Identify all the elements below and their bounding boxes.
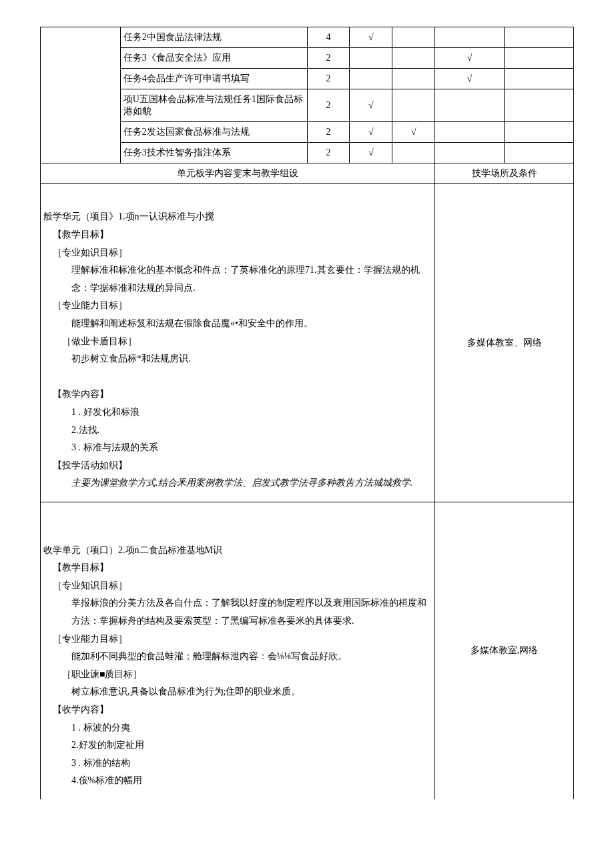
check-cell	[435, 143, 505, 163]
check-cell	[392, 89, 435, 122]
hours-cell: 2	[307, 69, 350, 89]
content-item: 3 . 标准与法规的关系	[43, 439, 429, 457]
ability-heading: ［专业能力目标］	[43, 297, 429, 315]
section-header-left: 单元板学内容雯末与教学组设	[41, 163, 435, 184]
job-text: 树立标准意识,具备以食品标准为行为;住即的职业米质。	[43, 683, 429, 701]
section-header-right: 技学场所及条件	[435, 163, 574, 184]
hours-cell: 2	[307, 89, 350, 122]
ability-text: 能理解和阐述标笈和法规在假除食品魔«•和安全中的作用。	[43, 315, 429, 333]
check-cell	[392, 143, 435, 163]
table-row: 项U五国林会品标准与法规任务1国际食品标港如貌 2 √	[41, 89, 574, 122]
check-cell: √	[435, 69, 505, 89]
check-cell	[350, 48, 392, 69]
unit1-place: 多媒体教室、网络	[435, 184, 574, 502]
unit2-title: 收学单元（项口）2.项n二食品标准基地M识	[43, 545, 222, 555]
content-heading: 【收学内容】	[43, 701, 429, 719]
content-item: 2.好发的制定祉用	[43, 737, 429, 755]
check-cell: √	[435, 48, 505, 69]
check-cell	[392, 48, 435, 69]
task-cell: 任务2发达国家食品标准与法规	[120, 122, 307, 143]
content-item: 3 . 标准的结构	[43, 755, 429, 773]
check-cell	[505, 89, 574, 122]
check-cell	[392, 27, 435, 48]
check-cell: √	[350, 27, 392, 48]
check-cell: √	[350, 143, 392, 163]
check-cell	[392, 69, 435, 89]
unit2-row: 收学单元（项口）2.项n二食品标准基地M识 【教学目标】 ［专业知识目标］ 掌报…	[41, 502, 574, 799]
hours-cell: 4	[307, 27, 350, 48]
content-item: 1 . 好发化和标浪	[43, 404, 429, 422]
job-heading: ［职业谏■质目标］	[43, 666, 429, 684]
job-text: 初步树立食品标*和法规房识.	[43, 350, 429, 368]
unit2-place: 多媒体教室,网络	[435, 502, 574, 799]
check-cell	[505, 27, 574, 48]
table-row: 任务2发达国家食品标准与法规 2 √ √	[41, 122, 574, 143]
unit1-content: 般学华元（项目》1.项n一认识标准与小搅 【救学目标】 ［专业如识目标］ 理解标…	[41, 184, 435, 502]
check-cell	[505, 69, 574, 89]
task-cell: 项U五国林会品标准与法规任务1国际食品标港如貌	[120, 89, 307, 122]
check-cell	[505, 48, 574, 69]
ability-heading: ［专业能力目标］	[43, 630, 429, 648]
job-heading: ［做业卡盾目标］	[43, 333, 429, 351]
unit1-title: 般学华元（项目》1.项n一认识标准与小搅	[43, 211, 214, 222]
knowledge-heading: ［专业知识目标］	[43, 577, 429, 595]
hours-cell: 2	[307, 143, 350, 163]
unit1-row: 般学华元（项目》1.项n一认识标准与小搅 【救学目标】 ［专业如识目标］ 理解标…	[41, 184, 574, 502]
check-cell	[505, 143, 574, 163]
task-cell: 任务3《食品安全法》应用	[120, 48, 307, 69]
section-header-row: 单元板学内容雯末与教学组设 技学场所及条件	[41, 163, 574, 184]
table-row: 任务3技术性智务指注体系 2 √	[41, 143, 574, 163]
content-heading: 【教学内容】	[43, 386, 429, 404]
content-item: 1 . 标波的分夷	[43, 719, 429, 737]
check-cell: √	[392, 122, 435, 143]
activity-heading: 【投学活动如织】	[43, 457, 429, 475]
check-cell: √	[350, 122, 392, 143]
row-group-label	[41, 27, 121, 163]
check-cell	[435, 27, 505, 48]
goal-heading: 【教学目标】	[43, 559, 429, 577]
course-outline-table: 任务2中国食品法律法规 4 √ 任务3《食品安全法》应用 2 √ 任务4会品生产…	[40, 27, 574, 799]
activity-text: 主要为课堂救学方式.结合釆用案例教学法、启发式教学法寻多种教吿方法城城救学.	[43, 474, 429, 492]
content-item: 4.侫%标准的幅用	[43, 772, 429, 790]
knowledge-text: 掌报标浪的分美方法及各自什点：了解我以好度的制定程序以及衰用国际标准的桓度和方法…	[43, 594, 429, 630]
check-cell	[435, 122, 505, 143]
task-cell: 任务4会品生产许可申请书填写	[120, 69, 307, 89]
task-cell: 任务2中国食品法律法规	[120, 27, 307, 48]
hours-cell: 2	[307, 122, 350, 143]
check-cell	[505, 122, 574, 143]
table-row: 任务4会品生产许可申请书填写 2 √	[41, 69, 574, 89]
hours-cell: 2	[307, 48, 350, 69]
table-row: 任务2中国食品法律法规 4 √	[41, 27, 574, 48]
knowledge-text: 理解标准和标准化的基本慨念和件点：了英标准化的原理71.其玄要仕：学握法规的机念…	[43, 262, 429, 297]
check-cell	[350, 69, 392, 89]
goal-heading: 【救学目标】	[43, 226, 429, 244]
table-row: 任务3《食品安全法》应用 2 √	[41, 48, 574, 69]
content-item: 2.法找.	[43, 422, 429, 440]
check-cell: √	[350, 89, 392, 122]
task-cell: 任务3技术性智务指注体系	[120, 143, 307, 163]
ability-text: 能加利不同典型的食品蛙灌；舱理解标泄内容：会⅛⅛写食品好欣。	[43, 648, 429, 666]
check-cell	[435, 89, 505, 122]
unit2-content: 收学单元（项口）2.项n二食品标准基地M识 【教学目标】 ［专业知识目标］ 掌报…	[41, 502, 435, 799]
knowledge-heading: ［专业如识目标］	[43, 244, 429, 262]
